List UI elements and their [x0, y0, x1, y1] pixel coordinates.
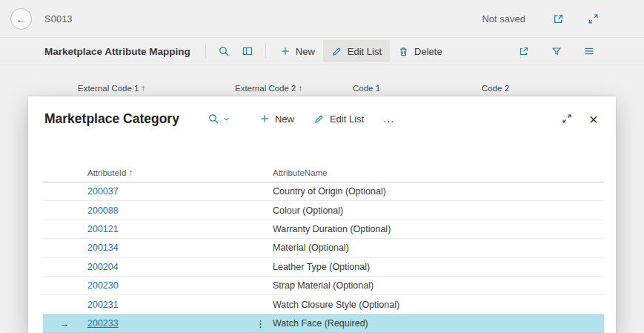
plus-icon	[259, 113, 270, 124]
sort-ascending-icon: ↑	[299, 84, 303, 93]
table-row[interactable]: 200121⋮ Warranty Duration (Optional)	[43, 220, 604, 239]
table-row[interactable]: 200231⋮ Watch Closure Style (Optional)	[43, 295, 604, 314]
attribute-name: Material (Optional)	[273, 243, 604, 253]
row-menu-icon[interactable]: ⋮	[253, 318, 268, 329]
attribute-name: Strap Material (Optional)	[273, 280, 604, 291]
dialog-edit-list-button[interactable]: Edit List	[305, 108, 372, 130]
edit-pencil-icon	[313, 113, 325, 125]
search-icon[interactable]	[212, 40, 236, 62]
more-options-button[interactable]: …	[375, 112, 402, 125]
close-icon[interactable]: ×	[589, 111, 598, 127]
dialog-table: AttributeId ↑ AttributeName 200037⋮ Coun…	[43, 163, 604, 333]
column-header-code-1[interactable]: Code 1	[353, 84, 380, 93]
delete-button-label: Delete	[414, 46, 442, 57]
page-id: S0013	[44, 13, 73, 24]
dialog-edit-list-button-label: Edit List	[330, 113, 364, 125]
edit-list-button[interactable]: Edit List	[323, 40, 390, 62]
popout-icon[interactable]	[552, 13, 565, 25]
attribute-id-link[interactable]: 200231	[87, 300, 119, 310]
menu-icon[interactable]	[577, 40, 601, 62]
new-button-label: New	[296, 46, 315, 57]
search-icon	[208, 113, 219, 125]
dialog-new-button-label: New	[275, 113, 294, 125]
table-row-selected[interactable]: → 200233⋮ Watch Face (Required)	[43, 314, 604, 333]
table-header-row: AttributeId ↑ AttributeName	[43, 163, 604, 182]
selected-row-arrow-icon: →	[43, 318, 87, 329]
attribute-name: Country of Origin (Optional)	[273, 186, 604, 197]
attribute-name: Watch Face (Required)	[273, 318, 604, 329]
delete-button[interactable]: Delete	[390, 40, 451, 62]
top-bar: ← S0013 Not saved	[0, 0, 644, 37]
chevron-down-icon	[222, 115, 230, 123]
new-button[interactable]: New	[272, 40, 323, 62]
table-row[interactable]: 200134⋮ Material (Optional)	[43, 239, 604, 257]
back-arrow-icon: ←	[16, 13, 27, 25]
attribute-id-link[interactable]: 200230	[87, 280, 119, 291]
column-header-code-2[interactable]: Code 2	[482, 84, 509, 93]
dialog-title: Marketplace Category	[44, 111, 179, 127]
dialog-header: Marketplace Category New	[28, 96, 616, 141]
grid-icon[interactable]	[236, 40, 259, 62]
save-status: Not saved	[482, 13, 525, 24]
attribute-name: Watch Closure Style (Optional)	[273, 300, 604, 310]
edit-list-button-label: Edit List	[348, 46, 382, 57]
back-button[interactable]: ←	[10, 8, 32, 30]
attribute-id-link[interactable]: 200204	[87, 262, 119, 272]
sort-ascending-icon: ↑	[129, 168, 133, 177]
table-row[interactable]: 200204⋮ Leather Type (Optional)	[43, 258, 604, 277]
separator	[265, 44, 266, 59]
marketplace-category-dialog: Marketplace Category New	[28, 96, 616, 333]
column-header-attributename[interactable]: AttributeName	[273, 168, 604, 177]
column-header-attributeid[interactable]: AttributeId ↑	[87, 168, 273, 177]
filter-icon[interactable]	[545, 40, 568, 62]
separator	[205, 44, 206, 59]
list-page-title: Marketplace Attribute Mapping	[44, 46, 190, 57]
attribute-id-link[interactable]: 200088	[87, 205, 119, 216]
trash-icon	[398, 46, 409, 57]
table-row[interactable]: 200088⋮ Colour (Optional)	[43, 201, 604, 220]
column-header-external-code-1[interactable]: External Code 1 ↑	[78, 84, 145, 93]
attribute-id-link[interactable]: 200134	[87, 243, 119, 253]
expand-dialog-icon[interactable]	[561, 113, 573, 125]
attribute-name: Leather Type (Optional)	[273, 262, 604, 272]
plus-icon	[280, 46, 291, 56]
table-row[interactable]: 200230⋮ Strap Material (Optional)	[43, 277, 604, 295]
column-header-external-code-2[interactable]: External Code 2 ↑	[235, 84, 302, 93]
attribute-id-link[interactable]: 200121	[87, 224, 119, 234]
fullscreen-icon[interactable]	[587, 13, 600, 25]
edit-pencil-icon	[331, 46, 342, 57]
attribute-name: Warranty Duration (Optional)	[273, 224, 604, 234]
command-bar: Marketplace Attribute Mapping New Edit L…	[0, 37, 644, 65]
share-icon[interactable]	[512, 40, 536, 62]
attribute-name: Colour (Optional)	[273, 205, 604, 216]
sort-ascending-icon: ↑	[142, 84, 146, 93]
dialog-new-button[interactable]: New	[251, 108, 302, 130]
table-row[interactable]: 200037⋮ Country of Origin (Optional)	[43, 182, 604, 201]
dialog-search-button[interactable]	[208, 113, 230, 125]
attribute-id-link[interactable]: 200233	[87, 318, 119, 329]
attribute-id-link[interactable]: 200037	[87, 186, 119, 197]
